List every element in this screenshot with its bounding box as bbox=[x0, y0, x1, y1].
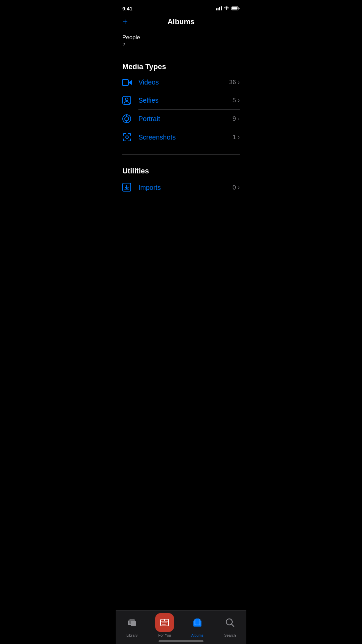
svg-marker-8 bbox=[128, 80, 132, 85]
list-item-selfies[interactable]: Selfies 5 › bbox=[122, 91, 240, 109]
svg-rect-7 bbox=[122, 79, 128, 86]
page-title: Albums bbox=[168, 17, 195, 26]
status-time: 9:41 bbox=[122, 6, 132, 11]
screenshots-count: 1 bbox=[233, 134, 236, 141]
svg-rect-1 bbox=[218, 8, 219, 10]
status-bar: 9:41 bbox=[116, 0, 246, 15]
imports-count: 0 bbox=[233, 184, 236, 191]
list-item-imports[interactable]: Imports 0 › bbox=[122, 178, 240, 197]
selfie-icon bbox=[122, 96, 134, 105]
svg-point-10 bbox=[125, 98, 128, 101]
signal-icon bbox=[216, 6, 222, 10]
screenshots-chevron: › bbox=[238, 134, 240, 140]
utilities-heading: Utilities bbox=[122, 161, 240, 178]
videos-chevron: › bbox=[238, 79, 240, 86]
videos-count: 36 bbox=[229, 79, 236, 86]
list-item-videos[interactable]: Videos 36 › bbox=[122, 74, 240, 91]
portrait-icon bbox=[122, 114, 134, 123]
screenshot-icon bbox=[122, 133, 134, 142]
people-section: People 2 bbox=[116, 30, 246, 47]
battery-icon bbox=[231, 6, 240, 10]
list-item-screenshots[interactable]: Screenshots 1 › bbox=[122, 128, 240, 146]
portrait-count: 9 bbox=[233, 115, 236, 122]
imports-chevron: › bbox=[238, 184, 240, 191]
list-item-portrait[interactable]: Portrait 9 › bbox=[122, 110, 240, 128]
screenshots-label: Screenshots bbox=[138, 133, 233, 141]
svg-point-12 bbox=[125, 117, 129, 121]
header: + Albums bbox=[116, 15, 246, 30]
portrait-label: Portrait bbox=[138, 115, 233, 123]
wifi-icon bbox=[224, 6, 229, 10]
selfies-chevron: › bbox=[238, 97, 240, 103]
people-count: 2 bbox=[122, 42, 240, 47]
selfies-label: Selfies bbox=[138, 97, 233, 104]
add-album-button[interactable]: + bbox=[122, 17, 128, 26]
media-types-section: Media Types Videos 36 › Selfies 5 › bbox=[116, 57, 246, 146]
svg-rect-3 bbox=[221, 6, 222, 10]
svg-rect-5 bbox=[232, 7, 238, 10]
people-label: People bbox=[122, 34, 240, 41]
imports-icon bbox=[122, 183, 134, 192]
svg-rect-0 bbox=[216, 8, 217, 10]
portrait-chevron: › bbox=[238, 116, 240, 122]
utilities-section: Utilities Imports 0 › bbox=[116, 154, 246, 197]
svg-rect-6 bbox=[239, 8, 240, 9]
section-divider-top bbox=[122, 50, 240, 50]
svg-rect-2 bbox=[219, 7, 220, 10]
selfies-count: 5 bbox=[233, 97, 236, 104]
video-icon bbox=[122, 79, 134, 86]
status-icons bbox=[216, 6, 240, 10]
media-types-heading: Media Types bbox=[122, 57, 240, 74]
section-divider-utilities bbox=[122, 154, 240, 155]
svg-point-15 bbox=[126, 136, 128, 139]
videos-label: Videos bbox=[138, 78, 229, 86]
imports-label: Imports bbox=[138, 184, 233, 192]
